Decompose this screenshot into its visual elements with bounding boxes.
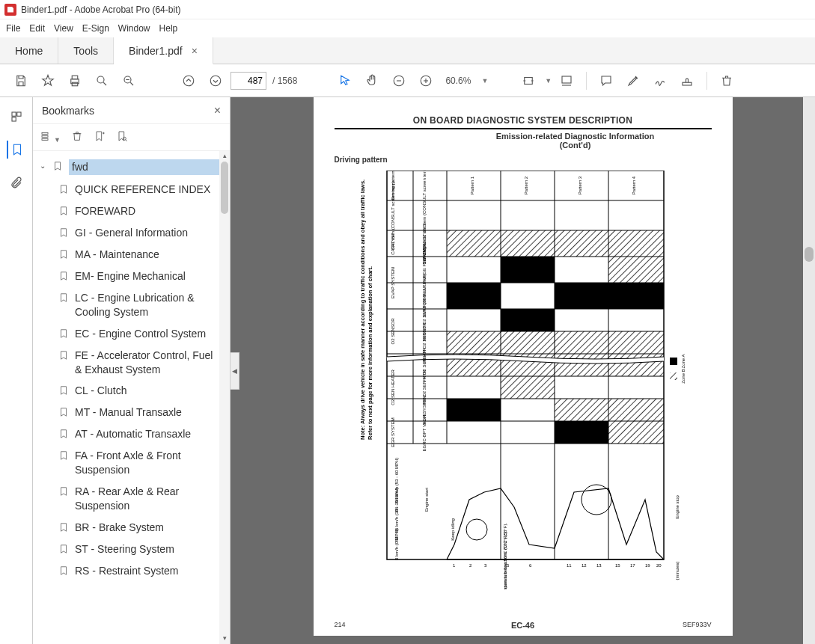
highlight-icon[interactable] [621, 69, 645, 93]
save-icon[interactable] [9, 69, 33, 93]
bookmark-item-icon [58, 328, 70, 341]
attachments-icon[interactable] [7, 174, 25, 191]
bookmark-item[interactable]: RA - Rear Axle & Rear Suspension [58, 481, 230, 517]
zoom-level-display[interactable]: 60.6% [441, 76, 477, 86]
bookmark-options-icon[interactable]: ▼ [40, 130, 61, 144]
bookmark-item-icon [58, 522, 70, 535]
bookmark-new-icon[interactable] [94, 130, 106, 144]
bookmark-item-icon [58, 271, 70, 283]
zoom-minus-icon[interactable] [387, 69, 411, 93]
bookmark-item[interactable]: EM- Engine Mechanical [58, 266, 230, 287]
menu-file[interactable]: File [6, 23, 20, 34]
svg-rect-62 [608, 230, 664, 257]
hand-icon[interactable] [360, 69, 384, 93]
svg-rect-16 [562, 76, 571, 83]
bookmark-item[interactable]: CL - Clutch [58, 380, 230, 402]
document-scroll-thumb[interactable] [805, 247, 814, 262]
document-area[interactable]: ◀ ON BOARD DIAGNOSTIC SYSTEM DESCRIPTION… [231, 97, 815, 644]
bookmark-root[interactable]: ⌄ fwd [37, 156, 230, 179]
driving-pattern-chart: 123 56 111213 15171920 Driv [347, 171, 706, 589]
bookmark-item[interactable]: FE - Accelerator Control, Fuel & Exhaust… [58, 345, 230, 381]
bookmark-delete-icon[interactable] [71, 130, 83, 144]
menu-help[interactable]: Help [159, 23, 178, 34]
print-icon[interactable] [63, 69, 87, 93]
doc-page-left: 214 [335, 621, 346, 628]
page-number-input[interactable] [231, 72, 266, 90]
bookmark-item[interactable]: RS - Restraint System [58, 560, 230, 582]
svg-text:Zone A: Zone A [681, 354, 686, 368]
zoom-out-icon[interactable] [117, 69, 141, 93]
bookmarks-scroll-thumb[interactable] [221, 162, 228, 214]
zoom-plus-icon[interactable] [414, 69, 438, 93]
menu-esign[interactable]: E-Sign [82, 23, 109, 34]
bookmark-label: MA - Maintenance [75, 248, 225, 262]
collapse-pane-icon[interactable]: ◀ [231, 352, 239, 390]
pointer-icon[interactable] [333, 69, 357, 93]
bookmark-item-icon [58, 450, 70, 463]
bookmark-item[interactable]: MT - Manual Transaxle [58, 402, 230, 423]
svg-text:EGRC-BPT VALVE: EGRC-BPT VALVE [422, 413, 427, 451]
sign-icon[interactable] [648, 69, 672, 93]
document-page: ON BOARD DIAGNOSTIC SYSTEM DESCRIPTION E… [314, 97, 733, 636]
comment-icon[interactable] [594, 69, 618, 93]
delete-icon[interactable] [715, 69, 739, 93]
bookmark-label: RA - Rear Axle & Rear Suspension [75, 485, 225, 513]
page-down-icon[interactable] [204, 69, 228, 93]
close-tab-icon[interactable]: × [192, 45, 198, 57]
read-mode-icon[interactable] [555, 69, 579, 93]
zoom-dropdown-icon[interactable]: ▼ [481, 77, 488, 85]
svg-rect-50 [501, 230, 555, 257]
bookmark-item[interactable]: EC - Engine Control System [58, 323, 230, 345]
stamp-icon[interactable] [675, 69, 699, 93]
bookmark-item[interactable]: BR - Brake System [58, 517, 230, 539]
search-icon[interactable] [90, 69, 114, 93]
doc-title: ON BOARD DIAGNOSTIC SYSTEM DESCRIPTION [335, 115, 712, 126]
bookmark-label: ST - Steering System [75, 542, 225, 556]
svg-text:3: 3 [484, 563, 487, 568]
bookmark-item[interactable]: FA - Front Axle & Front Suspension [58, 445, 230, 481]
svg-rect-85 [670, 372, 677, 380]
svg-text:Pattern 1: Pattern 1 [470, 176, 474, 194]
expand-icon[interactable]: ⌄ [37, 162, 48, 170]
bookmark-find-icon[interactable] [116, 130, 128, 144]
thumbnails-icon[interactable] [7, 108, 25, 126]
tab-home[interactable]: Home [0, 37, 58, 64]
svg-rect-53 [501, 331, 555, 354]
bookmark-item-icon [58, 429, 70, 441]
bookmark-item[interactable]: AT - Automatic Transaxle [58, 423, 230, 445]
bookmark-item[interactable]: GI - General Information [58, 222, 230, 244]
svg-text:20: 20 [656, 563, 662, 568]
bookmark-item[interactable]: ST - Steering System [58, 539, 230, 560]
bookmark-label: FA - Front Axle & Front Suspension [75, 449, 225, 477]
document-scrollbar[interactable] [803, 97, 815, 644]
bookmark-label: FOREWARD [75, 204, 225, 218]
pdf-icon [4, 4, 16, 16]
svg-rect-20 [16, 112, 20, 116]
svg-text:Zone B: Zone B [681, 369, 686, 383]
fit-dropdown-icon[interactable]: ▼ [545, 77, 552, 85]
svg-point-3 [97, 76, 104, 83]
fit-width-icon[interactable] [516, 69, 540, 93]
tab-tools[interactable]: Tools [58, 37, 114, 64]
bookmark-label: EM- Engine Mechanical [75, 269, 225, 283]
svg-rect-2 [72, 82, 78, 86]
svg-text:2: 2 [469, 563, 472, 568]
close-pane-icon[interactable]: × [214, 104, 221, 117]
menu-edit[interactable]: Edit [29, 23, 45, 34]
star-icon[interactable] [36, 69, 60, 93]
menu-window[interactable]: Window [118, 23, 150, 34]
tab-document[interactable]: Binder1.pdf × [114, 37, 213, 64]
bookmarks-scrollbar[interactable]: ▴ ▾ [219, 151, 230, 644]
doc-contd: (Cont'd) [335, 141, 712, 150]
bookmarks-icon[interactable] [7, 141, 25, 159]
bookmark-item[interactable]: LC - Engine Lubrication & Cooling System [58, 287, 230, 323]
bookmark-item[interactable]: QUICK REFERENCE INDEX [58, 179, 230, 200]
bookmarks-list: ▴ ▾ ⌄ fwd QUICK REFERENCE INDEXFOREWARDG… [33, 151, 230, 644]
svg-rect-57 [555, 283, 608, 309]
menu-view[interactable]: View [54, 23, 73, 34]
page-up-icon[interactable] [177, 69, 201, 93]
bookmark-item[interactable]: MA - Maintenance [58, 244, 230, 266]
bookmark-label: RS - Restraint System [75, 564, 225, 578]
svg-rect-61 [555, 421, 608, 444]
bookmark-item[interactable]: FOREWARD [58, 200, 230, 222]
